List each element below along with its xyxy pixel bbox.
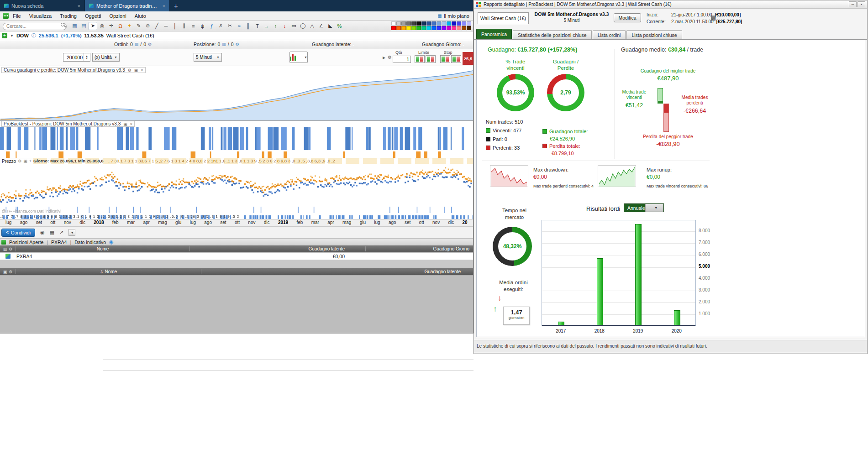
palette-color-swatch[interactable] <box>467 21 471 26</box>
qty-input[interactable] <box>393 56 411 63</box>
report-tab-2[interactable]: Statistiche delle posizioni chiuse <box>513 30 592 39</box>
quantity-input[interactable] <box>63 53 84 61</box>
open-positions-label[interactable]: Posizioni Aperte <box>9 240 43 245</box>
share-button[interactable]: < Condividi <box>1 229 35 237</box>
stepper-down-icon[interactable]: ▼ <box>85 57 88 60</box>
select-column-icon[interactable]: ▥ <box>3 247 7 251</box>
position-gear-icon[interactable]: ⚙ <box>236 42 239 47</box>
panel-settings-icon[interactable]: ⚙ <box>128 68 132 73</box>
trading-settings-icon[interactable]: ⚙ <box>388 55 392 60</box>
eraser-icon[interactable]: ⊘ <box>143 22 152 30</box>
palette-color-swatch[interactable] <box>467 26 471 30</box>
position-list-icon[interactable]: ▥ <box>222 42 226 47</box>
limit-sell-button[interactable] <box>426 55 436 63</box>
arrow-down-icon[interactable]: ↓ <box>280 22 289 30</box>
quantity-stepper[interactable]: ▲ ▼ <box>63 53 90 62</box>
period-select[interactable]: Annuale ▼ <box>624 203 664 212</box>
stop-sell-button[interactable] <box>451 55 461 63</box>
menu-trading[interactable]: Trading <box>60 13 77 19</box>
palette-color-swatch[interactable] <box>431 26 436 30</box>
instrument-dropdown-icon[interactable]: ▼ <box>10 34 14 38</box>
column-header-name[interactable]: Nome <box>16 246 189 251</box>
table2-settings-icon[interactable]: ⚙ <box>9 270 12 274</box>
palette-color-swatch[interactable] <box>447 26 451 30</box>
timeframe-select[interactable]: 5 Minuti ▼ <box>194 53 222 62</box>
menu-opzioni[interactable]: Opzioni <box>109 13 126 19</box>
price-add-icon[interactable]: + <box>29 159 32 163</box>
table-row[interactable]: PXRA4 €0,00 <box>0 253 473 260</box>
palette-color-swatch[interactable] <box>437 21 441 26</box>
palette-color-swatch[interactable] <box>431 21 436 26</box>
expand-trading-icon[interactable]: ▶ <box>383 56 385 60</box>
delete-icon[interactable]: ✗ <box>216 22 225 30</box>
palette-color-swatch[interactable] <box>442 26 446 30</box>
palette-color-swatch[interactable] <box>411 21 416 26</box>
pitchfork-icon[interactable]: ψ <box>198 22 207 30</box>
close-icon[interactable]: × <box>857 1 865 7</box>
orders-gear-icon[interactable]: ⚙ <box>148 42 152 47</box>
vertical-line-icon[interactable]: │ <box>171 22 179 30</box>
column2-header-latent-gain[interactable]: Guadagno latente <box>201 269 473 274</box>
stepper-arrows[interactable]: ▲ ▼ <box>84 53 89 61</box>
text-icon[interactable]: T <box>253 22 262 30</box>
palette-color-swatch[interactable] <box>416 21 421 26</box>
parallel-lines-icon[interactable]: ∥ <box>180 22 189 30</box>
ellipse-icon[interactable]: ◯ <box>299 22 307 30</box>
palette-color-swatch[interactable] <box>391 26 396 30</box>
limit-buy-button[interactable] <box>415 55 425 63</box>
palette-color-swatch[interactable] <box>421 26 426 30</box>
search-input[interactable] <box>3 23 67 30</box>
browser-tab[interactable]: Nuova scheda× <box>0 0 85 11</box>
report-tab-4[interactable]: Lista posizioni chiuse <box>626 30 682 39</box>
report-tab-1[interactable]: Panoramica <box>476 29 512 39</box>
price-settings-icon[interactable]: ⚙ <box>18 159 21 163</box>
chart-type-button[interactable]: ▼ <box>289 52 308 63</box>
tab-close-icon[interactable]: × <box>78 3 80 9</box>
column2-header-name[interactable]: ⇩Nome <box>16 269 201 274</box>
palette-color-swatch[interactable] <box>406 26 411 30</box>
broadcast-icon[interactable]: ◉ <box>40 229 45 235</box>
pointer-icon[interactable]: ➤ <box>89 22 97 30</box>
performance-icon[interactable]: ↗ <box>59 229 63 235</box>
palette-color-swatch[interactable] <box>406 21 411 26</box>
arrow-right-icon[interactable]: → <box>262 22 271 30</box>
horizontal-line-icon[interactable]: ─ <box>162 22 170 30</box>
report-tab-3[interactable]: Lista ordini <box>593 30 626 39</box>
palette-color-swatch[interactable] <box>396 21 401 26</box>
column-header-latent-gain[interactable]: Guadagno latente <box>189 246 365 251</box>
orders-list-icon[interactable]: ▥ <box>135 42 139 47</box>
zoom-icon[interactable]: ◎ <box>98 22 106 30</box>
palette-color-swatch[interactable] <box>442 21 446 26</box>
palette-color-swatch[interactable] <box>416 26 421 30</box>
zigzag-icon[interactable]: ≈ <box>235 22 243 30</box>
menu-file[interactable]: File <box>13 13 21 19</box>
fibonacci-icon[interactable]: ≡ <box>189 22 198 30</box>
palette-color-swatch[interactable] <box>426 21 431 26</box>
palette-color-swatch[interactable] <box>457 26 461 30</box>
add-instrument-icon[interactable]: + <box>2 33 7 38</box>
palette-color-swatch[interactable] <box>421 21 426 26</box>
angle-icon[interactable]: ∠ <box>317 22 326 30</box>
palette-color-swatch[interactable] <box>452 21 456 26</box>
grid-view-icon[interactable]: ▦ <box>50 229 54 235</box>
indicator-icon[interactable]: ƒ <box>207 22 216 30</box>
unit-select[interactable]: (x) Unità ▼ <box>92 53 120 62</box>
palette-color-swatch[interactable] <box>447 21 451 26</box>
menu-visualizza[interactable]: Visualizza <box>29 13 52 19</box>
panel-popout-icon[interactable]: ▣ <box>134 68 138 73</box>
report-titlebar[interactable]: Rapporto dettagliato | ProBacktest | DOW… <box>474 0 867 9</box>
triangle-icon[interactable]: △ <box>308 22 316 30</box>
tab-close-icon[interactable]: × <box>163 3 165 9</box>
export-icon[interactable]: ▤ <box>710 14 716 21</box>
crosshair-icon[interactable]: ✛ <box>107 22 116 30</box>
search-icon[interactable] <box>61 23 64 26</box>
palette-color-swatch[interactable] <box>396 26 401 30</box>
palette-color-swatch[interactable] <box>462 26 466 30</box>
positions-close-icon[interactable]: × <box>130 122 132 126</box>
new-tab-button[interactable]: + <box>170 0 182 11</box>
percent-icon[interactable]: % <box>335 22 344 30</box>
palette-color-swatch[interactable] <box>401 26 406 30</box>
modify-button[interactable]: Modifica <box>614 13 641 22</box>
magnet-icon[interactable]: Ω <box>116 22 125 30</box>
candlestick-icon[interactable]: ║ <box>244 22 253 30</box>
